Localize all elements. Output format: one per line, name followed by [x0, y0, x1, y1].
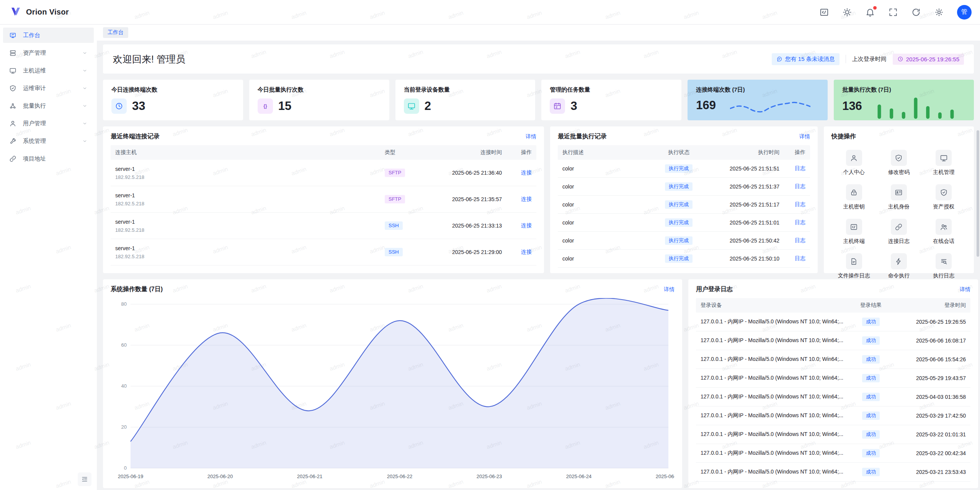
- stat-label: 今日批量执行次数: [258, 86, 381, 93]
- status-cell: 执行完成: [650, 236, 707, 245]
- svg-text:40: 40: [121, 383, 127, 389]
- quick-op-user[interactable]: 个人中心: [831, 150, 876, 176]
- user-icon: [846, 150, 862, 166]
- connect-link[interactable]: 连接: [521, 222, 532, 228]
- lightning-icon: [891, 253, 907, 269]
- device-cell: 127.0.0.1 - 内网IP - Mozilla/5.0 (Windows …: [696, 318, 848, 325]
- table-row: 127.0.0.1 - 内网IP - Mozilla/5.0 (Windows …: [696, 463, 970, 482]
- chevron-down-icon: [82, 138, 88, 144]
- sidebar-item-link[interactable]: 项目地址: [3, 151, 94, 166]
- result-tag: 成功: [862, 336, 880, 345]
- svg-text:2025-06-23: 2025-06-23: [477, 474, 502, 479]
- quick-op-label: 主机身份: [888, 203, 910, 210]
- quick-op-monitor[interactable]: 主机管理: [921, 150, 966, 176]
- link-icon: [891, 219, 907, 235]
- connect-link[interactable]: 连接: [521, 249, 532, 255]
- device-cell: 127.0.0.1 - 内网IP - Mozilla/5.0 (Windows …: [696, 356, 848, 363]
- type-cell: SFTP: [380, 195, 422, 204]
- quick-ops-panel: 快捷操作 个人中心修改密码主机管理主机密钥主机身份资产授权主机终端连接日志在线会…: [824, 126, 974, 273]
- table-row: 127.0.0.1 - 内网IP - Mozilla/5.0 (Windows …: [696, 313, 970, 331]
- table-row: server-1182.92.5.218SSH2025-06-25 21:33:…: [111, 213, 536, 239]
- unread-messages-pill[interactable]: 您有 15 条未读消息: [772, 53, 840, 65]
- refresh-icon[interactable]: [911, 7, 921, 17]
- log-link[interactable]: 日志: [795, 165, 805, 171]
- settings-gear-icon[interactable]: [934, 7, 944, 17]
- top-header: Orion Visor 管: [0, 0, 980, 25]
- quick-op-label: 命令执行: [888, 272, 910, 279]
- quick-op-label: 修改密码: [888, 169, 910, 176]
- login-logs-detail-link[interactable]: 详情: [960, 286, 970, 293]
- quick-op-shield[interactable]: 资产授权: [921, 184, 966, 210]
- chevron-down-icon: [82, 103, 88, 109]
- time-cell: 2025-06-25 21:29:00: [422, 249, 506, 255]
- sidebar-item-cluster[interactable]: 批量执行: [3, 98, 94, 113]
- stat-card-login-devices: 当前登录设备数量 2: [395, 80, 536, 120]
- sidebar-item-shield[interactable]: 运维审计: [3, 80, 94, 96]
- collapse-sidebar-button[interactable]: [78, 472, 91, 486]
- connect-link[interactable]: 连接: [521, 196, 532, 202]
- sidebar-item-monitor[interactable]: 主机运维: [3, 63, 94, 78]
- log-link[interactable]: 日志: [795, 255, 805, 261]
- quick-op-users[interactable]: 在线会话: [921, 219, 966, 245]
- quick-op-searchlist[interactable]: 执行日志: [921, 253, 966, 279]
- sidebar-item-wrench[interactable]: 系统管理: [3, 133, 94, 149]
- exec-records-detail-link[interactable]: 详情: [799, 133, 810, 140]
- quick-op-shield[interactable]: 修改密码: [876, 150, 921, 176]
- time-cell: 2025-06-25 21:50:42: [707, 238, 784, 244]
- scrollbar-thumb[interactable]: [977, 130, 979, 257]
- time-cell: 2025-06-25 21:51:01: [707, 220, 784, 226]
- status-cell: 执行完成: [650, 218, 707, 227]
- log-link[interactable]: 日志: [795, 219, 805, 225]
- log-link[interactable]: 日志: [795, 201, 805, 207]
- time-cell: 2025-06-06 15:54:26: [894, 356, 970, 362]
- table-row: 127.0.0.1 - 内网IP - Mozilla/5.0 (Windows …: [696, 444, 970, 463]
- protocol-tag: SFTP: [385, 195, 405, 204]
- log-link[interactable]: 日志: [795, 183, 805, 189]
- breadcrumb-workbench-tag[interactable]: 工作台: [103, 27, 128, 38]
- stat-card-terminal-today: 今日连接终端次数 33: [103, 80, 243, 120]
- user-avatar[interactable]: 管: [957, 5, 972, 20]
- svg-text:20: 20: [121, 424, 127, 430]
- shield-icon: [936, 184, 952, 200]
- host-cell: server-1182.92.5.218: [111, 192, 380, 206]
- quick-op-label: 资产授权: [933, 203, 954, 210]
- sidebar-item-user[interactable]: 用户管理: [3, 116, 94, 131]
- result-cell: 成功: [848, 430, 894, 439]
- stat-value: 136: [842, 99, 862, 113]
- fullscreen-icon[interactable]: [888, 7, 898, 17]
- quick-op-file[interactable]: 文件操作日志: [831, 253, 876, 279]
- quick-op-link[interactable]: 连接日志: [876, 219, 921, 245]
- wrench-icon: [9, 138, 16, 145]
- desc-cell: color: [558, 220, 650, 226]
- stat-value: 15: [278, 99, 291, 113]
- connect-link[interactable]: 连接: [521, 169, 532, 175]
- login-logs-panel: 用户登录日志 详情 登录设备登录结果登录时间127.0.0.1 - 内网IP -…: [688, 279, 978, 488]
- quick-op-label: 主机终端: [843, 238, 865, 245]
- quick-op-lightning[interactable]: 命令执行: [876, 253, 921, 279]
- device-cell: 127.0.0.1 - 内网IP - Mozilla/5.0 (Windows …: [696, 393, 848, 400]
- app-title: Orion Visor: [26, 8, 69, 16]
- theme-sun-icon[interactable]: [842, 7, 852, 17]
- sidebar-item-label: 系统管理: [23, 138, 82, 145]
- time-cell: 2025-06-25 21:51:37: [707, 184, 784, 190]
- time-cell: 2025-06-25 21:50:10: [707, 256, 784, 262]
- log-link[interactable]: 日志: [795, 237, 805, 243]
- code-button[interactable]: [819, 7, 829, 17]
- svg-text:2025-06-24: 2025-06-24: [566, 474, 592, 479]
- quick-op-lock[interactable]: 主机密钥: [831, 184, 876, 210]
- sidebar-item-dashboard[interactable]: 工作台: [3, 28, 94, 43]
- quick-op-idcard[interactable]: 主机身份: [876, 184, 921, 210]
- table-row: 127.0.0.1 - 内网IP - Mozilla/5.0 (Windows …: [696, 350, 970, 369]
- panel-title: 系统操作数量 (7日): [111, 285, 163, 293]
- terminal-records-detail-link[interactable]: 详情: [526, 133, 536, 140]
- system-operations-detail-link[interactable]: 详情: [664, 286, 675, 293]
- status-tag: 执行完成: [665, 254, 693, 263]
- action-cell: 日志: [784, 183, 810, 190]
- quick-op-code[interactable]: 主机终端: [831, 219, 876, 245]
- notifications-bell-icon[interactable]: [865, 7, 875, 17]
- svg-text:0: 0: [124, 465, 127, 471]
- host-cell: server-1182.92.5.218: [111, 245, 380, 259]
- monitor-icon: [404, 98, 419, 114]
- sidebar-item-server[interactable]: 资产管理: [3, 45, 94, 61]
- column-header: 类型: [380, 149, 422, 156]
